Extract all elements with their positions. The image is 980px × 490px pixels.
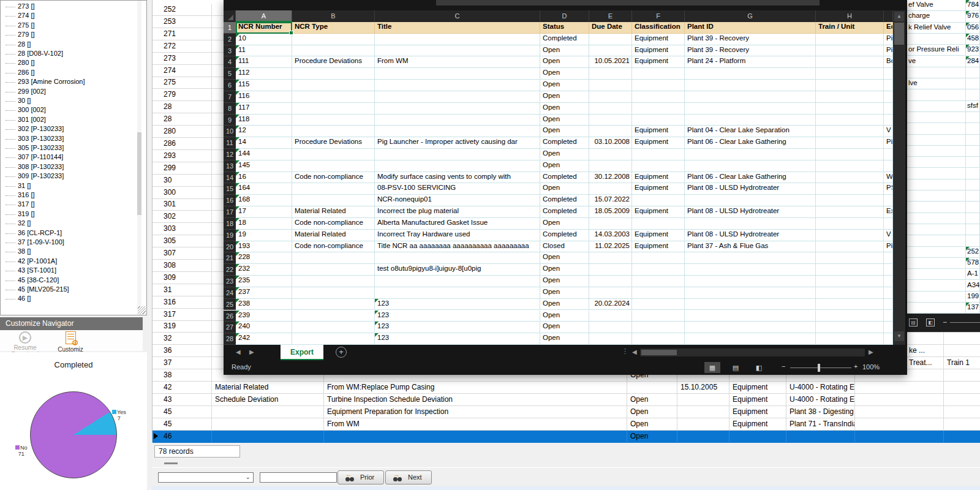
spreadsheet-cell[interactable]: Open xyxy=(540,276,589,287)
spreadsheet-cell[interactable]: Plant 08 - ULSD Hydrotreater xyxy=(685,206,816,218)
spreadsheet-cell[interactable] xyxy=(907,190,966,202)
zoom-out-icon[interactable]: − xyxy=(782,363,785,370)
vertical-scrollbar[interactable]: ▲ ▼ xyxy=(893,10,905,345)
spreadsheet-cell[interactable]: Plant 39 - Recovery xyxy=(685,45,816,57)
spreadsheet-cell[interactable]: Incorrect Tray Hardware used xyxy=(375,230,540,241)
spreadsheet-cell[interactable]: 18 xyxy=(236,218,292,230)
spreadsheet-cell[interactable]: Open xyxy=(540,183,589,195)
spreadsheet-cell[interactable]: sfsf xyxy=(966,101,980,112)
tree-item[interactable]: 300 [002] xyxy=(1,106,135,115)
zoom-slider[interactable] xyxy=(790,368,851,368)
spreadsheet-cell[interactable] xyxy=(884,333,893,345)
spreadsheet-cell[interactable] xyxy=(375,276,540,287)
spreadsheet-cell[interactable] xyxy=(589,264,632,276)
spreadsheet-cell[interactable]: Equipment xyxy=(632,241,685,253)
grid-cell[interactable]: From WM:Replace Pump Casing xyxy=(324,382,627,394)
spreadsheet-cell[interactable]: 458 xyxy=(966,34,980,45)
spreadsheet-cell[interactable]: charge xyxy=(907,11,966,22)
grid-cell[interactable]: 274 xyxy=(153,65,212,77)
spreadsheet-cell[interactable] xyxy=(907,123,966,134)
scroll-down-icon[interactable]: ▼ xyxy=(894,331,904,341)
column-header-E[interactable]: E xyxy=(589,10,632,22)
spreadsheet-cell[interactable] xyxy=(375,34,540,45)
spreadsheet-cell[interactable]: Pig Launcher - Improper activety causing… xyxy=(375,137,540,149)
search-value-input[interactable] xyxy=(260,472,337,483)
spreadsheet-cell[interactable] xyxy=(375,287,540,299)
spreadsheet-cell[interactable]: 10 xyxy=(236,34,292,45)
spreadsheet-cell[interactable] xyxy=(375,252,540,264)
spreadsheet-cell[interactable] xyxy=(816,311,884,322)
row-number[interactable]: 9 xyxy=(224,115,236,126)
spreadsheet-cell[interactable]: Plant ID xyxy=(685,22,816,34)
spreadsheet-cell[interactable]: Open xyxy=(540,252,589,264)
hscroll-left-icon[interactable]: ◀ xyxy=(632,349,637,355)
grid-cell[interactable]: Open xyxy=(627,418,677,431)
zoom-percentage[interactable]: 100% xyxy=(862,363,880,371)
tree-item[interactable]: 38 [] xyxy=(1,247,135,257)
spreadsheet-cell[interactable]: Pi xyxy=(884,241,893,253)
tree-item[interactable]: 301 [002] xyxy=(1,116,135,125)
spreadsheet-cell[interactable] xyxy=(589,34,632,45)
grid-cell[interactable] xyxy=(212,418,324,431)
spreadsheet-cell[interactable]: 578 xyxy=(966,258,980,269)
row-number[interactable]: 16 xyxy=(224,195,236,206)
spreadsheet-cell[interactable] xyxy=(966,89,980,100)
spreadsheet-cell[interactable] xyxy=(907,34,966,45)
spreadsheet-cell[interactable] xyxy=(884,287,893,299)
row-number[interactable]: 26 xyxy=(224,311,236,322)
spreadsheet-cell[interactable] xyxy=(589,311,632,322)
zoom-slider[interactable] xyxy=(950,322,980,323)
spreadsheet-cell[interactable] xyxy=(884,91,893,103)
spreadsheet-cell[interactable]: 238 xyxy=(236,299,292,311)
grid-cell[interactable]: 303 xyxy=(153,223,212,235)
spreadsheet-cell[interactable] xyxy=(966,135,980,146)
spreadsheet-cell[interactable] xyxy=(589,183,632,195)
tree-scrollbar[interactable] xyxy=(137,1,141,315)
grid-cell[interactable] xyxy=(855,431,944,443)
row-number[interactable]: 24 xyxy=(224,287,236,299)
spreadsheet-cell[interactable]: 118 xyxy=(236,115,292,126)
spreadsheet-cell[interactable] xyxy=(685,149,816,160)
grid-cell[interactable] xyxy=(677,431,729,443)
spreadsheet-cell[interactable]: test o8utu9pigyu8-i]uiguy-8[u0pig xyxy=(375,264,540,276)
spreadsheet-cell[interactable] xyxy=(907,146,966,157)
spreadsheet-cell[interactable]: Plant 06 - Clear Lake Gathering xyxy=(685,137,816,149)
spreadsheet-cell[interactable] xyxy=(816,299,884,311)
tree-item[interactable]: 36 [CL-RCP-1] xyxy=(1,229,135,238)
spreadsheet-cell[interactable] xyxy=(907,101,966,112)
spreadsheet-cell[interactable]: 10.05.2021 xyxy=(589,56,632,68)
row-number[interactable]: 17 xyxy=(224,206,236,218)
spreadsheet-cell[interactable]: Ex xyxy=(884,206,893,218)
grid-cell[interactable]: Material Related xyxy=(212,382,324,394)
zoom-slider-thumb[interactable] xyxy=(818,364,820,372)
tree-item[interactable]: 316 [] xyxy=(1,191,135,200)
spreadsheet-cell[interactable] xyxy=(632,322,685,333)
spreadsheet-cell[interactable] xyxy=(632,80,685,91)
spreadsheet-cell[interactable] xyxy=(907,179,966,190)
grid-cell[interactable]: 309 xyxy=(153,272,212,284)
spreadsheet-cell[interactable] xyxy=(966,168,980,179)
grid-cell[interactable] xyxy=(944,369,980,382)
spreadsheet-cell[interactable] xyxy=(632,195,685,206)
row-number[interactable]: 25 xyxy=(224,299,236,311)
spreadsheet-cell[interactable] xyxy=(816,206,884,218)
spreadsheet-cell[interactable] xyxy=(632,287,685,299)
spreadsheet-cell[interactable]: Plant 39 - Recovery xyxy=(685,34,816,45)
tree-item[interactable]: 309 [P-130233] xyxy=(1,172,135,181)
spreadsheet-cell[interactable]: Open xyxy=(540,287,589,299)
spreadsheet-cell[interactable] xyxy=(816,91,884,103)
spreadsheet-cell[interactable] xyxy=(375,149,540,160)
spreadsheet-cell[interactable] xyxy=(685,115,816,126)
spreadsheet-cell[interactable]: 18.05.2009 xyxy=(589,206,632,218)
spreadsheet-cell[interactable] xyxy=(589,126,632,137)
tree-item[interactable]: 274 [] xyxy=(1,12,135,21)
spreadsheet-cell[interactable] xyxy=(816,115,884,126)
spreadsheet-cell[interactable]: Open xyxy=(540,91,589,103)
row-number[interactable]: 23 xyxy=(224,276,236,287)
grid-cell[interactable]: Plant 71 - TransIndia ... xyxy=(786,418,855,431)
spreadsheet-cell[interactable] xyxy=(816,230,884,241)
row-number[interactable]: 6 xyxy=(224,80,236,91)
spreadsheet-cell[interactable]: 116 xyxy=(236,91,292,103)
row-number[interactable]: 14 xyxy=(224,172,236,184)
row-number[interactable]: 15 xyxy=(224,183,236,195)
